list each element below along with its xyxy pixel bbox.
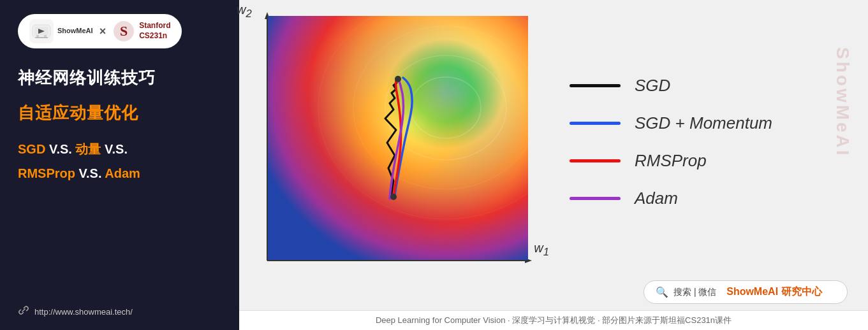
left-panel: ShowMeAI × S Stanford CS231n 神经网络训练技巧 自适…	[0, 0, 239, 330]
legend-item-sgd-momentum: SGD + Momentum	[570, 113, 846, 133]
url-text: http://www.showmeai.tech/	[34, 307, 133, 317]
sgd-momentum-line	[570, 122, 621, 125]
sgd-label: SGD	[18, 142, 45, 156]
legend-item-adam: Adam	[570, 189, 846, 208]
rmsprop-line	[570, 159, 621, 162]
adam-label: Adam	[105, 166, 140, 180]
main-content: w2	[239, 0, 868, 310]
search-bar[interactable]: 🔍 搜索 | 微信 ShowMeAI 研究中心	[644, 280, 848, 304]
right-panel: w2	[239, 0, 868, 330]
sgd-momentum-legend-label: SGD + Momentum	[635, 113, 772, 133]
footer-bar: Deep Learning for Computer Vision · 深度学习…	[239, 310, 868, 330]
optimization-chart	[248, 9, 535, 276]
chart-container: w2	[248, 9, 535, 276]
svg-rect-4	[44, 35, 47, 37]
stanford-logo: S Stanford CS231n	[112, 20, 170, 43]
stanford-label: Stanford CS231n	[139, 21, 170, 41]
search-prefix: 搜索 | 微信	[673, 287, 721, 298]
slide-title: 神经网络训练技巧	[18, 66, 221, 89]
sgd-legend-label: SGD	[635, 76, 670, 96]
logo-bar: ShowMeAI × S Stanford CS231n	[18, 14, 182, 48]
svg-rect-5	[35, 37, 48, 38]
highlight-title: 自适应动量优化	[18, 102, 221, 124]
search-icon: 🔍	[656, 286, 668, 298]
showmeai-label: ShowMeAI	[57, 27, 93, 35]
adam-legend-label: Adam	[635, 189, 678, 208]
svg-point-19	[395, 76, 401, 82]
adam-line	[570, 197, 621, 200]
comparison-line-2: RMSProp V.S. Adam	[18, 162, 221, 184]
sgd-line	[570, 84, 621, 87]
search-brand: ShowMeAI 研究中心	[726, 285, 821, 299]
vs2-label: V.S.	[101, 142, 128, 156]
axis-w2-label: w2	[237, 3, 252, 20]
momentum-label: 动量	[75, 142, 101, 156]
search-bar-row: 🔍 搜索 | 微信 ShowMeAI 研究中心	[544, 275, 859, 310]
showmeai-logo: ShowMeAI	[29, 19, 93, 43]
showmeai-icon	[29, 19, 54, 43]
svg-text:S: S	[120, 23, 128, 39]
svg-point-18	[390, 194, 397, 200]
comparison-line-1: SGD V.S. 动量 V.S.	[18, 138, 221, 160]
rmsprop-label: RMSProp	[18, 166, 75, 180]
svg-rect-13	[268, 16, 528, 260]
vs1-label: V.S.	[45, 142, 75, 156]
legend-area: SGD SGD + Momentum RMSProp Adam	[544, 9, 859, 275]
svg-rect-3	[36, 35, 39, 37]
cross-symbol: ×	[99, 25, 107, 38]
legend-item-sgd: SGD	[570, 76, 846, 96]
rmsprop-legend-label: RMSProp	[635, 151, 707, 171]
chart-wrapper: w2	[248, 9, 535, 310]
url-bar: http://www.showmeai.tech/	[18, 294, 221, 319]
legend-item-rmsprop: RMSProp	[570, 151, 846, 171]
vs3-label: V.S.	[75, 166, 105, 180]
link-icon	[18, 305, 29, 319]
